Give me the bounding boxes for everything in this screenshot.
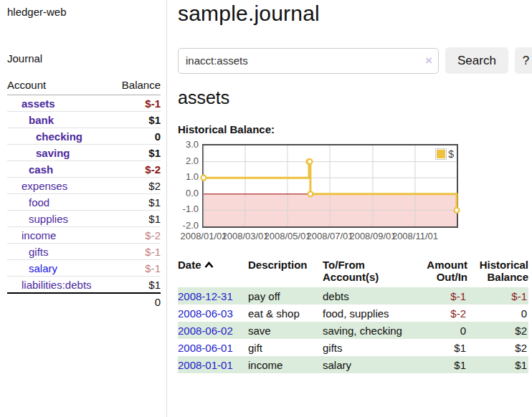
transaction-description: gift (248, 339, 323, 356)
account-balance: 0 (112, 128, 161, 145)
transaction-description: pay off (248, 287, 323, 305)
account-row: expenses$2 (7, 178, 161, 194)
account-row: cash$-2 (7, 161, 161, 178)
register-row: 2008-06-03eat & shopfood, supplies$-20 (178, 305, 528, 322)
legend-swatch-icon (435, 148, 447, 160)
account-link[interactable]: liabilities:debts (22, 279, 92, 291)
transaction-balance: $-1 (467, 287, 528, 305)
y-axis-tick-label: 2.0 (178, 155, 199, 166)
account-balance: $1 (112, 145, 161, 161)
register-row: 2008-01-01incomesalary$1$1 (178, 356, 528, 373)
transaction-accounts: food, supplies (323, 305, 409, 322)
register-table: Date Description To/From Account(s) Amou… (178, 259, 528, 373)
register-row: 2008-06-02savesaving, checking0$2 (178, 322, 528, 339)
transaction-date-link[interactable]: 2008-06-01 (178, 342, 233, 354)
account-row: food$1 (7, 194, 161, 211)
transaction-balance: $2 (467, 322, 528, 339)
account-row: income$-2 (7, 227, 161, 244)
x-axis-tick-label: 2008/11/01 (390, 231, 440, 241)
app-title-link[interactable]: hledger-web (7, 6, 67, 18)
transaction-amount: 0 (409, 322, 467, 339)
transaction-balance: 0 (467, 305, 528, 322)
register-col-accounts: To/From Account(s) (323, 259, 409, 287)
register-row: 2008-12-31pay offdebts$-1$-1 (178, 287, 528, 305)
register-col-amount: Amount Out/In (409, 259, 467, 287)
accounts-total-value: 0 (112, 293, 161, 310)
account-balance: $-1 (112, 95, 161, 112)
account-balance: $-2 (112, 227, 161, 244)
transaction-balance: $2 (467, 339, 528, 356)
transaction-accounts: debts (323, 287, 409, 305)
register-col-balance: Historical Balance (467, 259, 528, 287)
y-axis-tick-label: -1.0 (178, 203, 199, 214)
transaction-date-link[interactable]: 2008-06-03 (178, 307, 233, 320)
account-balance: $-1 (112, 260, 161, 277)
transaction-amount: $1 (409, 356, 467, 373)
account-row: bank$1 (7, 112, 161, 128)
help-button[interactable]: ? (515, 47, 532, 74)
legend-label: $ (448, 148, 454, 160)
account-link[interactable]: saving (36, 147, 70, 159)
transaction-date-link[interactable]: 2008-12-31 (178, 290, 233, 302)
account-link[interactable]: bank (29, 114, 54, 126)
transaction-description: save (248, 322, 323, 339)
account-row: supplies$1 (7, 211, 161, 227)
page-title: sample.journal (178, 1, 532, 26)
accounts-table-body: assets$-1bank$1checking0saving$1cash$-2e… (7, 95, 161, 294)
app-window: hledger-web Journal Account Balance asse… (0, 0, 532, 417)
register-row: 2008-06-01giftgifts$1$2 (178, 339, 528, 356)
transaction-date-link[interactable]: 2008-01-01 (178, 359, 233, 371)
account-row: salary$-1 (7, 260, 161, 277)
accounts-col-account: Account (7, 77, 112, 95)
account-link[interactable]: cash (29, 163, 53, 176)
account-row: liabilities:debts$1 (7, 277, 161, 294)
transaction-balance: $1 (467, 356, 528, 373)
account-link[interactable]: income (22, 229, 56, 241)
search-form: × Search ? (178, 47, 532, 74)
account-link[interactable]: salary (29, 262, 57, 274)
account-row: assets$-1 (7, 95, 161, 112)
account-link[interactable]: food (29, 196, 49, 208)
account-balance: $-2 (112, 161, 161, 178)
sidebar-item-journal[interactable]: Journal (7, 52, 42, 64)
chart-plot-area[interactable]: $ (202, 144, 458, 228)
search-button[interactable]: Search (445, 47, 508, 74)
clear-search-icon[interactable]: × (425, 54, 432, 67)
y-axis-tick-label: 3.0 (178, 139, 199, 150)
transaction-accounts: salary (323, 356, 409, 373)
account-row: gifts$-1 (7, 244, 161, 260)
y-axis-tick-label: -2.0 (178, 220, 199, 231)
transaction-amount: $-1 (409, 287, 467, 305)
account-link[interactable]: assets (22, 97, 55, 110)
transaction-accounts: gifts (323, 339, 409, 356)
account-balance: $1 (112, 112, 161, 128)
transaction-description: eat & shop (248, 305, 323, 322)
account-row: checking0 (7, 128, 161, 145)
chart-canvas (204, 145, 457, 226)
transaction-accounts: saving, checking (323, 322, 409, 339)
sort-asc-chevron-up-icon (204, 259, 214, 271)
chart-legend: $ (434, 148, 455, 160)
account-row: saving$1 (7, 145, 161, 161)
main-content: sample.journal × Search ? assets Histori… (167, 0, 532, 417)
search-input[interactable] (178, 48, 439, 74)
register-table-body: 2008-12-31pay offdebts$-1$-12008-06-03ea… (178, 287, 528, 373)
account-link[interactable]: gifts (29, 246, 49, 258)
transaction-date-link[interactable]: 2008-06-02 (178, 325, 233, 337)
account-heading: assets (178, 87, 532, 108)
y-axis-tick-label: 1.0 (178, 171, 199, 182)
account-balance: $2 (112, 178, 161, 194)
account-balance: $1 (112, 211, 161, 227)
account-link[interactable]: supplies (29, 213, 68, 225)
transaction-amount: $-2 (409, 305, 467, 322)
account-link[interactable]: checking (36, 130, 82, 143)
account-link[interactable]: expenses (22, 180, 67, 192)
accounts-table: Account Balance assets$-1bank$1checking0… (7, 77, 161, 310)
transaction-description: income (248, 356, 323, 373)
register-header-row: Date Description To/From Account(s) Amou… (178, 259, 528, 287)
chart-heading: Historical Balance: (178, 123, 532, 135)
y-axis-tick-label: 0.0 (178, 188, 199, 198)
register-col-date: Date (178, 259, 248, 287)
accounts-total-row: 0 (7, 293, 161, 310)
accounts-table-header: Account Balance (7, 77, 161, 95)
